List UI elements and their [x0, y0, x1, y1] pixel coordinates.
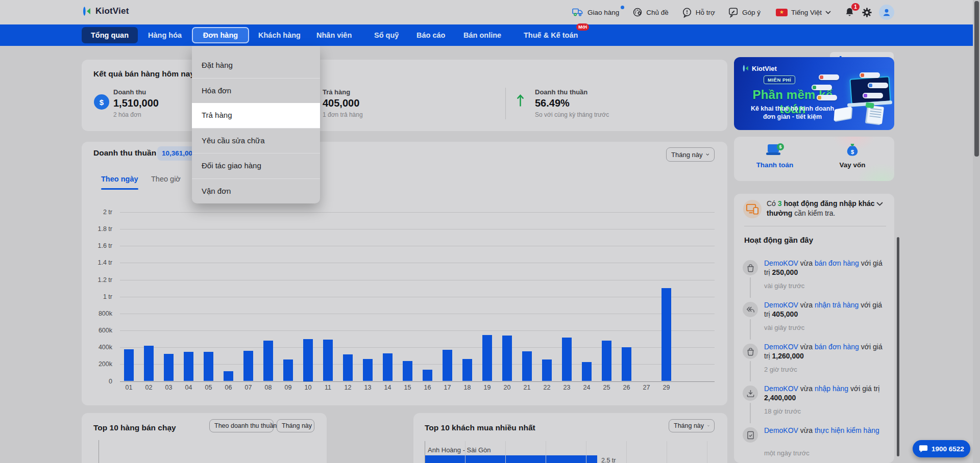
revenue-sub: 2 hóa đơn: [113, 111, 141, 118]
chevron-down-icon: [825, 11, 831, 14]
revenue-value: 1,510,000: [113, 97, 159, 109]
activity-user-link[interactable]: DemoKOV: [764, 301, 798, 309]
tab-by-day[interactable]: Theo ngày: [101, 175, 138, 183]
activity-item-5: DemoKOV vừa thực hiện kiểm hàng một ngày…: [734, 426, 894, 463]
activity-user-link[interactable]: DemoKOV: [764, 384, 798, 393]
order-menu-item-1[interactable]: Đặt hàng: [192, 53, 320, 78]
accounting-ad-banner[interactable]: KiotViet MIỄN PHÍ Phần mềm kế toán Kê kh…: [734, 57, 894, 130]
notifications-button[interactable]: 1: [844, 7, 855, 18]
activity-action-link[interactable]: thực hiện kiểm hàng: [815, 426, 879, 434]
user-avatar[interactable]: [879, 5, 894, 20]
delivery-notification-dot: [621, 6, 624, 9]
products-period-value: Tháng này: [282, 422, 312, 429]
banner-mini-pill: [819, 74, 839, 80]
activity-user-link[interactable]: DemoKOV: [764, 343, 798, 351]
unusual-login-alert[interactable]: Có 3 hoạt động đăng nhập khác thường cần…: [767, 199, 875, 218]
products-sort-value: Theo doanh thu thuần: [214, 422, 277, 429]
banner-free-badge: MIỄN PHÍ: [764, 75, 795, 84]
metric-divider: [505, 88, 506, 119]
language-selector[interactable]: ★ Tiếng Việt: [776, 9, 831, 16]
gear-icon: [862, 7, 872, 18]
chart-period-select[interactable]: Tháng này: [666, 147, 715, 162]
activity-action-link[interactable]: bán đơn hàng: [815, 259, 859, 267]
svg-text:$: $: [779, 144, 781, 149]
activity-user-link[interactable]: DemoKOV: [764, 426, 798, 434]
truck-icon: [572, 8, 584, 17]
order-menu-item-3[interactable]: Trả hàng: [192, 103, 320, 128]
kiotviet-dashboard: KiotViet Giao hàng Chủ đề: [0, 0, 980, 463]
theme-menu[interactable]: Chủ đề: [632, 7, 669, 17]
activity-value: 405,000: [772, 310, 798, 318]
loan-label: Vay vốn: [822, 161, 883, 169]
payment-label: Thanh toán: [744, 161, 805, 169]
new-badge: Mới: [576, 23, 589, 31]
unusual-login-icon-bg: [743, 200, 762, 218]
timeline-connector: [750, 361, 751, 381]
net-revenue-sub: So với cùng kỳ tháng trước: [535, 111, 609, 118]
activity-action-link[interactable]: nhận trả hàng: [815, 301, 859, 309]
settings-button[interactable]: [862, 7, 872, 18]
feedback-label: Góp ý: [742, 9, 761, 16]
hotline-chat-button[interactable]: 1900 6522: [913, 440, 970, 457]
devices-alert-icon: [746, 203, 759, 215]
nav-tab-8[interactable]: Bán online: [463, 27, 501, 43]
nav-tab-7[interactable]: Báo cáo: [416, 27, 445, 43]
returns-label: Trả hàng: [323, 88, 350, 96]
bag-icon: [743, 344, 758, 359]
timeline-connector: [750, 277, 751, 298]
top-products-title: Top 10 hàng bán chạy: [93, 423, 176, 432]
activity-text: DemoKOV vừa bán đơn hàng với giá trị 1,2…: [764, 343, 888, 361]
order-menu-item-5[interactable]: Đối tác giao hàng: [192, 153, 320, 178]
download-icon: [743, 385, 758, 401]
activity-item-3: DemoKOV vừa bán đơn hàng với giá trị 1,2…: [734, 343, 894, 384]
order-menu-item-6[interactable]: Vận đơn: [192, 178, 320, 204]
kiotviet-logo[interactable]: KiotViet: [81, 6, 129, 17]
alert-chevron-down-icon[interactable]: [876, 202, 883, 206]
theme-label: Chủ đề: [646, 9, 669, 16]
nav-tab-6[interactable]: Sổ quỹ: [374, 27, 399, 43]
customers-period-select[interactable]: Tháng này: [669, 419, 715, 432]
delivery-menu[interactable]: Giao hàng: [572, 8, 619, 17]
order-menu-item-4[interactable]: Yêu cầu sửa chữa: [192, 128, 320, 153]
activity-text: DemoKOV vừa nhận trả hàng với giá trị 40…: [764, 301, 888, 319]
topbar: KiotViet Giao hàng Chủ đề: [0, 0, 980, 24]
nav-tab-2[interactable]: Hàng hóa: [148, 27, 182, 43]
activity-time: 18 giờ trước: [764, 407, 801, 415]
payment-shortcut[interactable]: $ Thanh toán: [744, 142, 805, 169]
timeline-connector: [750, 319, 751, 340]
loan-shortcut[interactable]: $ Vay vốn: [822, 142, 883, 169]
feedback-menu[interactable]: Góp ý: [728, 7, 761, 18]
sidebar-scrollbar-thumb[interactable]: [897, 237, 899, 456]
banner-mini-pill: [817, 95, 837, 100]
products-period-select[interactable]: Tháng này: [277, 419, 314, 432]
banner-laptop-illustration: [849, 76, 891, 104]
tab-by-hour[interactable]: Theo giờ: [151, 175, 181, 183]
finance-shortcuts-card: $ Thanh toán $ Vay vốn: [734, 137, 894, 181]
activity-text: DemoKOV vừa thực hiện kiểm hàng: [764, 426, 888, 435]
activity-value: 2,400,000: [764, 394, 796, 402]
recent-activity-title: Hoạt động gần đây: [744, 236, 813, 244]
activity-verb: vừa: [800, 426, 813, 434]
activity-action-link[interactable]: bán đơn hàng: [815, 343, 859, 351]
support-label: Hỗ trợ: [696, 9, 715, 16]
banner-mini-pill: [860, 72, 880, 78]
doc-icon: [743, 427, 758, 443]
nav-tab-5[interactable]: Nhân viên: [316, 27, 352, 43]
support-menu[interactable]: Hỗ trợ: [682, 7, 715, 18]
nav-tab-9[interactable]: Thuế & Kế toánMới: [524, 27, 578, 43]
nav-tab-1[interactable]: Tổng quan: [82, 27, 138, 43]
products-chart-axis: [99, 440, 99, 463]
nav-tab-4[interactable]: Khách hàng: [258, 27, 301, 43]
products-sort-select[interactable]: Theo doanh thu thuần: [209, 419, 274, 432]
activity-time: 2 giờ trước: [764, 366, 797, 373]
order-menu-item-2[interactable]: Hóa đơn: [192, 78, 320, 104]
revenue-label: Doanh thu: [113, 88, 146, 96]
nav-tab-3[interactable]: Đơn hàng: [192, 27, 249, 43]
banner-document-illustration: [867, 105, 884, 124]
net-revenue-label: Doanh thu thuần: [535, 88, 587, 96]
vietnam-flag-icon: ★: [776, 9, 788, 16]
activity-action-link[interactable]: nhập hàng: [815, 384, 848, 393]
window-scrollbar-thumb[interactable]: [974, 1, 979, 157]
activity-user-link[interactable]: DemoKOV: [764, 259, 798, 267]
nav-tab-label: Sổ quỹ: [374, 31, 399, 39]
